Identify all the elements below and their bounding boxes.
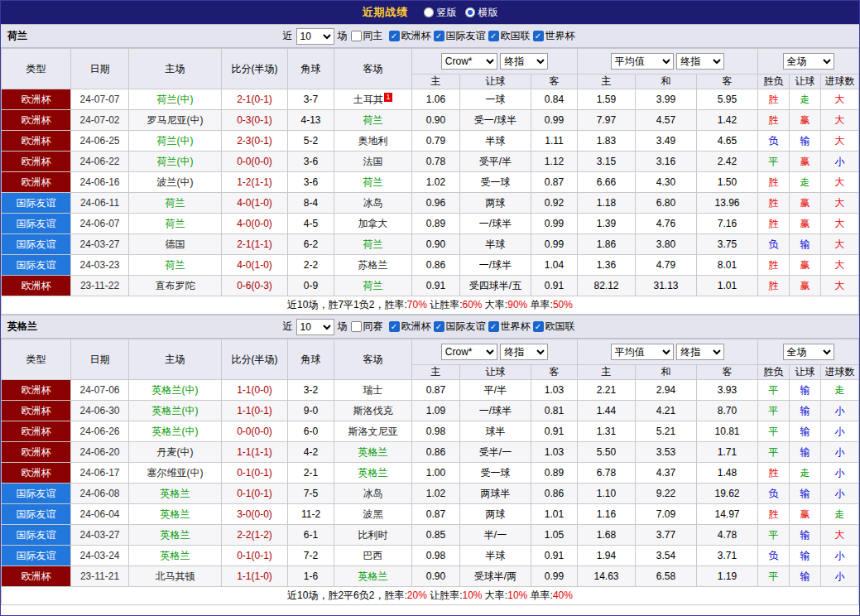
handicap-line: 受平/半 <box>460 152 531 172</box>
match-date: 23-11-22 <box>71 276 129 296</box>
checkbox-icon[interactable]: ✓ <box>488 31 499 41</box>
handicap-line: 一球 <box>460 89 531 110</box>
match-score: 4-0(1-0) <box>222 193 288 214</box>
average-select[interactable]: 平均值 <box>611 344 674 360</box>
league-filter[interactable]: ✓欧国联 <box>488 29 531 43</box>
home-team: 英格兰 <box>129 546 222 566</box>
bookmaker-select[interactable]: Crow* <box>441 344 497 360</box>
away-team: 荷兰 <box>334 110 412 131</box>
subcol-avg-home: 主 <box>578 75 636 89</box>
match-score: 0-0(0-0) <box>222 421 288 442</box>
subcol-home-odds: 主 <box>412 365 460 380</box>
result-flag: 胜 <box>758 89 790 110</box>
match-row: 欧洲杯23-11-22直布罗陀0-6(0-3)0-9荷兰0.91受四球半/五0.… <box>2 276 859 296</box>
handicap-away-odds: 0.99 <box>531 110 578 131</box>
checkbox-icon[interactable] <box>351 31 362 41</box>
corner-stat: 3-6 <box>288 152 334 172</box>
handicap-away-odds: 0.89 <box>531 463 578 484</box>
subcol-avg-home: 主 <box>578 365 636 380</box>
fulltime-select[interactable]: 全场 <box>783 53 834 70</box>
summary-row: 近10场，胜7平1负2，胜率:70% 让胜率:60% 大率:90% 单率:50% <box>2 296 859 315</box>
same-filter[interactable]: 同主 <box>351 29 383 43</box>
league-filter[interactable]: ✓欧洲杯 <box>389 320 431 334</box>
handicap-away-odds: 1.12 <box>531 152 578 172</box>
handicap-home-odds: 0.98 <box>412 546 460 566</box>
league-filter[interactable]: ✓国际友谊 <box>434 320 486 334</box>
col-score: 比分(半场) <box>222 49 288 89</box>
odds-stage-select[interactable]: 终指 <box>500 53 548 70</box>
match-score: 0-3(0-1) <box>222 110 288 131</box>
league-filter-label: 世界杯 <box>545 29 575 43</box>
recent-count-select[interactable]: 10 <box>296 28 334 45</box>
checkbox-icon[interactable]: ✓ <box>434 31 444 41</box>
summary-text: 70% <box>407 299 427 310</box>
match-type-badge: 欧洲杯 <box>2 89 71 110</box>
match-score: 2-3(0-1) <box>222 131 288 152</box>
summary-text: 20% <box>407 590 427 601</box>
result-flag: 平 <box>758 401 790 421</box>
match-date: 24-06-07 <box>71 214 129 234</box>
radio-icon[interactable] <box>424 7 434 17</box>
col-away: 客场 <box>334 49 412 89</box>
home-team: 塞尔维亚(中) <box>129 463 222 484</box>
average-stage-select[interactable]: 终指 <box>676 53 724 70</box>
league-filter[interactable]: ✓国际友谊 <box>434 29 486 43</box>
handicap-home-odds: 1.02 <box>412 172 460 193</box>
avg-home-odds: 1.10 <box>578 484 636 504</box>
subcol-home-odds: 主 <box>412 75 460 89</box>
avg-away-odds: 3.75 <box>697 234 758 255</box>
handicap-away-odds: 0.87 <box>531 172 578 193</box>
bookmaker-select[interactable]: Crow* <box>441 53 497 70</box>
league-filter[interactable]: ✓欧国联 <box>533 320 575 334</box>
match-score: 2-2(1-2) <box>222 525 288 546</box>
match-date: 24-07-02 <box>71 110 129 131</box>
summary-text: 10% <box>507 590 527 601</box>
checkbox-icon[interactable]: ✓ <box>389 31 400 41</box>
handicap-line: 半球 <box>460 234 531 255</box>
same-filter[interactable]: 同赛 <box>351 320 383 334</box>
match-type-badge: 欧洲杯 <box>2 442 71 463</box>
league-filter[interactable]: ✓世界杯 <box>533 29 575 43</box>
checkbox-icon[interactable]: ✓ <box>434 321 444 332</box>
layout-option-horizontal[interactable]: 横版 <box>465 6 498 20</box>
league-filter[interactable]: ✓世界杯 <box>488 320 531 334</box>
league-filter[interactable]: ✓欧洲杯 <box>389 29 431 43</box>
match-date: 24-06-11 <box>71 193 129 214</box>
same-filter-label: 同主 <box>363 29 383 43</box>
handicap-line: 受球半/两 <box>460 566 531 587</box>
corner-stat: 9-0 <box>288 401 334 421</box>
corner-stat: 4-5 <box>288 214 334 234</box>
goals-result-flag: 大 <box>821 255 859 276</box>
avg-away-odds: 8.01 <box>697 255 758 276</box>
match-row: 欧洲杯24-07-07荷兰(中)2-1(0-1)3-7土耳其11.06一球0.8… <box>2 89 859 110</box>
handicap-line: 受一球 <box>460 172 531 193</box>
checkbox-icon[interactable]: ✓ <box>533 31 544 41</box>
col-type: 类型 <box>2 49 71 89</box>
col-away: 客场 <box>334 339 412 380</box>
checkbox-icon[interactable] <box>351 321 362 332</box>
handicap-away-odds: 0.84 <box>531 89 578 110</box>
match-type-badge: 国际友谊 <box>2 525 71 546</box>
match-date: 24-06-25 <box>71 131 129 152</box>
average-select[interactable]: 平均值 <box>611 53 674 70</box>
checkbox-icon[interactable]: ✓ <box>488 321 499 332</box>
match-row: 国际友谊24-03-27德国2-1(1-1)6-2荷兰0.90半球0.991.8… <box>2 234 859 255</box>
handicap-result-flag: 赢 <box>790 214 821 234</box>
handicap-result-flag: 赢 <box>790 276 821 296</box>
checkbox-icon[interactable]: ✓ <box>533 321 544 332</box>
fulltime-select[interactable]: 全场 <box>783 344 834 360</box>
radio-icon[interactable] <box>465 7 475 17</box>
corner-stat: 7-5 <box>288 484 334 504</box>
subcol-handicap: 让球 <box>460 75 531 89</box>
average-stage-select[interactable]: 终指 <box>676 344 724 360</box>
odds-stage-select[interactable]: 终指 <box>500 344 548 360</box>
layout-option-vertical[interactable]: 竖版 <box>424 6 457 20</box>
goals-result-flag: 小 <box>821 401 859 421</box>
league-filter-label: 国际友谊 <box>446 320 486 334</box>
goals-result-flag: 小 <box>821 546 859 566</box>
avg-home-odds: 1.36 <box>578 255 636 276</box>
avg-home-odds: 6.78 <box>578 463 636 484</box>
recent-count-select[interactable]: 10 <box>296 319 334 335</box>
checkbox-icon[interactable]: ✓ <box>389 321 400 332</box>
corner-stat: 8-4 <box>288 193 334 214</box>
